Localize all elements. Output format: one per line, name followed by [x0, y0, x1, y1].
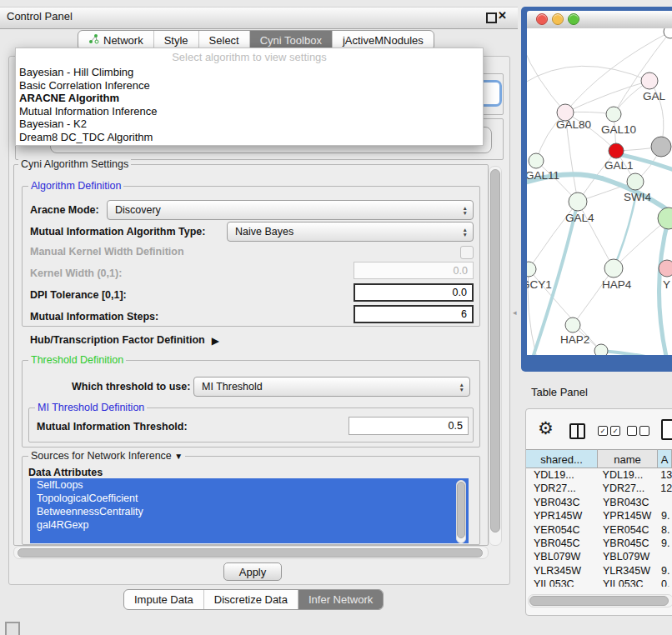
- close-traffic-light-icon[interactable]: [536, 13, 548, 25]
- table-row[interactable]: YER054C YER054C 8.: [526, 523, 672, 537]
- attribute-item[interactable]: SelfLoops: [30, 478, 469, 492]
- settings-scrollbar-thumb[interactable]: [490, 169, 500, 532]
- table-header-row: shared... name A: [526, 449, 672, 468]
- network-node-label: GAL11: [527, 169, 559, 182]
- cell-shared: YBL079W: [526, 550, 598, 563]
- network-node[interactable]: [651, 137, 671, 157]
- cell-shared: YPR145W: [526, 509, 598, 522]
- mi-steps-field[interactable]: 6: [354, 305, 474, 323]
- attributes-scrollbar-thumb[interactable]: [457, 482, 465, 538]
- network-canvas[interactable]: GALGAL80GAL10GAL1GAL11SWI4GAL4GCY1HAP4YH…: [527, 28, 672, 355]
- settings-hscrollbar-thumb[interactable]: [18, 548, 483, 558]
- algorithm-dropdown-prompt: Select algorithm to view settings: [16, 51, 483, 63]
- cell-name: YPR145W: [598, 509, 658, 522]
- tab-impute-data[interactable]: Impute Data: [124, 590, 204, 609]
- cell-shared: YBR043C: [526, 496, 598, 509]
- which-threshold-combo[interactable]: MI Threshold: [193, 377, 470, 397]
- network-node-label: Y: [663, 278, 670, 291]
- gear-icon[interactable]: [538, 418, 554, 438]
- dpi-tolerance-field[interactable]: 0.0: [354, 283, 474, 302]
- network-node-label: HAP2: [560, 333, 589, 346]
- new-table-icon[interactable]: [661, 419, 672, 440]
- network-edge[interactable]: [527, 48, 565, 112]
- kernel-width-field[interactable]: 0.0: [354, 262, 474, 279]
- network-window-titlebar[interactable]: [527, 11, 672, 29]
- column-header-shared[interactable]: shared...: [526, 449, 598, 468]
- algorithm-option[interactable]: Dream8 DC_TDC Algorithm: [16, 131, 483, 144]
- algorithm-option-selected[interactable]: ARACNE Algorithm: [16, 92, 483, 105]
- table-row[interactable]: YBL079W YBL079W: [526, 550, 672, 563]
- tab-discretize-data-label: Discretize Data: [214, 590, 288, 609]
- cell-name: YBR043C: [598, 496, 658, 509]
- table-row[interactable]: YDL19... YDL19... 13: [526, 468, 672, 482]
- sources-title-row[interactable]: Sources for Network Inference: [28, 450, 185, 462]
- algorithm-option[interactable]: Mutual Information Inference: [16, 105, 483, 118]
- network-node[interactable]: [527, 262, 536, 277]
- network-node[interactable]: [627, 173, 644, 190]
- network-edge[interactable]: [527, 66, 649, 83]
- cell-name: YDL19...: [598, 468, 658, 482]
- network-edge[interactable]: [601, 351, 672, 355]
- split-view-icon[interactable]: [569, 423, 585, 439]
- network-node-label: HAP4: [602, 278, 632, 291]
- table-row[interactable]: YBR045C YBR045C 9.: [526, 537, 672, 550]
- algorithm-option[interactable]: Bayesian - Hill Climbing: [16, 66, 483, 79]
- mi-steps-label: Mutual Information Steps:: [30, 311, 158, 322]
- network-node[interactable]: [659, 260, 672, 277]
- mi-threshold-field[interactable]: 0.5: [349, 417, 469, 435]
- table-row[interactable]: YIL053C YIL053C 0.: [526, 578, 672, 587]
- minimize-traffic-light-icon[interactable]: [552, 13, 564, 25]
- splitter-handle-icon[interactable]: [513, 308, 517, 317]
- network-node-label: GAL10: [601, 123, 636, 136]
- network-edge[interactable]: [565, 81, 649, 112]
- deselect-all-columns-icon[interactable]: [627, 426, 649, 436]
- cell-value: 9.: [658, 509, 669, 522]
- collapsed-arrow-icon: [212, 332, 219, 348]
- network-node-label: GAL: [643, 90, 666, 102]
- column-header-partial[interactable]: A: [658, 449, 672, 468]
- cell-shared: YER054C: [526, 523, 598, 537]
- network-graph[interactable]: GALGAL80GAL10GAL1GAL11SWI4GAL4GCY1HAP4YH…: [527, 28, 672, 355]
- sources-title: Sources for Network Inference: [31, 450, 172, 462]
- attribute-item[interactable]: gal4RGexp: [30, 518, 469, 532]
- hub-tf-section-toggle[interactable]: Hub/Transcription Factor Definition: [30, 332, 219, 348]
- algorithm-option[interactable]: Basic Correlation Inference: [16, 79, 483, 92]
- tab-infer-network[interactable]: Infer Network: [298, 590, 383, 609]
- network-node-label: SWI4: [624, 191, 651, 203]
- close-icon[interactable]: [498, 9, 507, 22]
- cell-value: 9.: [658, 564, 669, 578]
- column-header-name[interactable]: name: [598, 449, 658, 468]
- table-row[interactable]: YDR27... YDR27... 12: [526, 482, 672, 495]
- network-node[interactable]: [569, 192, 587, 211]
- network-node[interactable]: [664, 28, 672, 38]
- table-row[interactable]: YPR145W YPR145W 9.: [526, 509, 672, 522]
- network-node[interactable]: [529, 153, 544, 168]
- network-node[interactable]: [594, 344, 608, 355]
- checked-box-icon: [610, 426, 620, 436]
- cell-name: YDR27...: [598, 482, 658, 495]
- zoom-traffic-light-icon[interactable]: [568, 13, 579, 25]
- float-window-icon[interactable]: [486, 12, 497, 23]
- attribute-item[interactable]: TopologicalCoefficient: [30, 492, 469, 505]
- mi-steps-value: 6: [461, 308, 467, 320]
- network-node[interactable]: [604, 259, 623, 278]
- tab-discretize-data[interactable]: Discretize Data: [204, 590, 298, 609]
- attribute-item[interactable]: BetweennessCentrality: [30, 505, 469, 518]
- threshold-definition-title: Threshold Definition: [28, 354, 126, 366]
- algorithm-option[interactable]: Bayesian - K2: [16, 118, 483, 131]
- mi-type-combo[interactable]: Naive Bayes: [227, 222, 474, 242]
- select-all-columns-icon[interactable]: [598, 426, 620, 436]
- network-node[interactable]: [609, 143, 624, 158]
- network-node[interactable]: [641, 72, 658, 89]
- network-node[interactable]: [565, 318, 580, 332]
- apply-button[interactable]: Apply: [223, 562, 282, 581]
- network-node[interactable]: [606, 107, 621, 122]
- table-row[interactable]: YBR043C YBR043C: [526, 496, 672, 509]
- network-edge[interactable]: [573, 268, 614, 325]
- manual-kernel-checkbox[interactable]: [460, 246, 474, 259]
- table-hscrollbar-thumb[interactable]: [529, 596, 669, 606]
- minimized-panel-icon[interactable]: [5, 622, 20, 635]
- network-node-label: GCY1: [527, 278, 552, 291]
- aracne-mode-combo[interactable]: Discovery: [107, 200, 474, 220]
- table-row[interactable]: YLR345W YLR345W 9.: [526, 564, 672, 578]
